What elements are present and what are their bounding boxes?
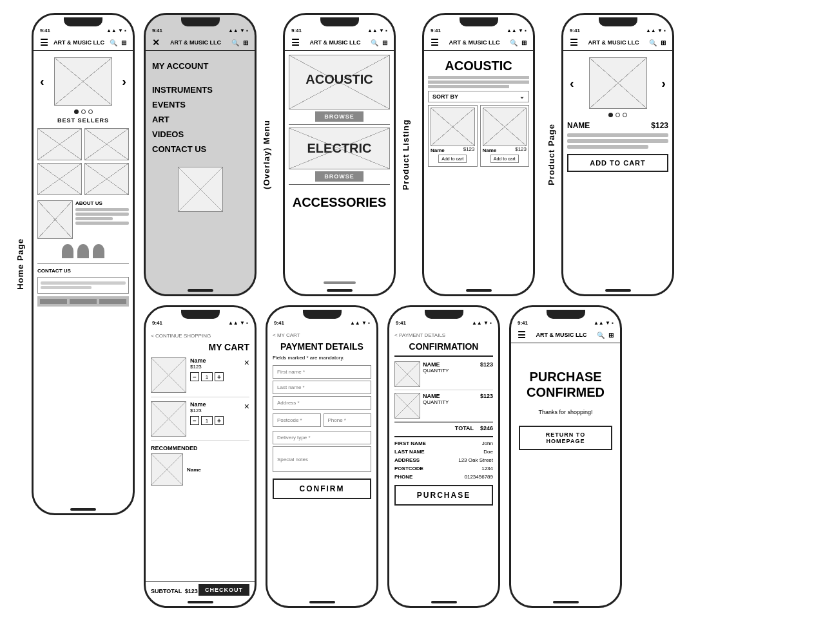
pc-hamburger[interactable]: ☰ — [518, 330, 526, 340]
menu-item-art[interactable]: ART — [152, 112, 248, 127]
first-name-input[interactable] — [273, 365, 371, 379]
cart-back-link[interactable]: < CONTINUE SHOPPING — [151, 331, 249, 341]
pdp-brand: ART & MUSIC LLC — [588, 39, 639, 46]
pl-search[interactable]: 🔍 — [371, 39, 378, 46]
acoustic-browse-btn[interactable]: BROWSE — [315, 111, 363, 122]
special-notes-input[interactable] — [273, 446, 371, 472]
checkout-btn[interactable]: CHECKOUT — [199, 584, 249, 596]
conf-divider-mid — [394, 436, 493, 437]
pay-postcode-phone-row — [273, 412, 371, 429]
cart-remove-2[interactable]: × — [244, 401, 249, 412]
menu-item-account[interactable]: MY ACCOUNT — [152, 57, 248, 75]
search-icon[interactable]: 🔍 — [110, 39, 117, 46]
conf-postcode-value: 1234 — [481, 466, 493, 471]
carousel-next[interactable]: › — [122, 74, 126, 89]
sort-chevron[interactable]: ⌄ — [519, 93, 525, 100]
pc-thanks: Thanks for shopping! — [519, 406, 612, 426]
pay-bottom-bar — [309, 601, 335, 603]
pdp-prev[interactable]: ‹ — [570, 76, 574, 91]
brand-name: ART & MUSIC LLC — [53, 39, 104, 46]
pdp-hamburger[interactable]: ☰ — [570, 37, 578, 48]
product-img-4 — [84, 163, 129, 195]
return-homepage-btn[interactable]: RETURN TO HOMEPAGE — [519, 426, 612, 450]
pay-back-link[interactable]: < MY CART — [273, 331, 371, 339]
menu-item-contact[interactable]: CONTACT US — [152, 142, 248, 156]
carousel-image — [54, 57, 112, 106]
pg-cart[interactable]: ⊞ — [521, 39, 527, 46]
about-text: ABOUT US — [75, 200, 129, 239]
carousel-prev[interactable]: ‹ — [40, 74, 44, 89]
conf-item1-info: NAME QUANTITY — [423, 361, 465, 374]
menu-item-instruments[interactable]: INSTRUMENTS — [152, 82, 248, 97]
product-card-2: Name $123 Add to cart — [480, 105, 530, 167]
add-to-cart-btn-2[interactable]: Add to cart — [490, 155, 519, 163]
hamburger-icon[interactable]: ☰ — [40, 37, 48, 48]
postcode-input[interactable] — [273, 413, 321, 427]
cart-phone: 9:41 ▲▲ ▼ ▪ < CONTINUE SHOPPING MY CART … — [144, 305, 257, 608]
accessories-title: ACCESSORIES — [289, 191, 390, 213]
phone-input[interactable] — [324, 413, 372, 427]
pc-body: PURCHASECONFIRMED Thanks for shopping! R… — [511, 343, 620, 598]
product-grid-phone: 9:41 ▲▲ ▼ ▪ ☰ ART & MUSIC LLC 🔍 ⊞ ACOUST… — [422, 13, 535, 296]
delivery-type-input[interactable] — [273, 431, 371, 444]
product2-name: Name — [483, 147, 497, 153]
menu-cart-icon[interactable]: ⊞ — [243, 39, 248, 46]
pdp-add-cart-btn[interactable]: ADD TO CART — [567, 154, 668, 172]
qty-plus-2[interactable]: + — [215, 416, 224, 425]
qty-minus-1[interactable]: − — [190, 372, 199, 381]
cart-item1-img — [151, 357, 186, 393]
subtotal-label: SUBTOTAL — [151, 588, 182, 594]
overlay-menu-label: (Overlay) Menu — [259, 117, 274, 192]
product-listing-label: Product Listing — [398, 117, 413, 193]
last-name-input[interactable] — [273, 381, 371, 394]
close-icon[interactable]: ✕ — [152, 37, 160, 48]
pdp-desc-1 — [567, 133, 668, 137]
qty-plus-1[interactable]: + — [215, 372, 224, 381]
overlay-menu-group: 9:41 ▲▲ ▼ ▪ ✕ ART & MUSIC LLC 🔍 ⊞ MY ACC… — [144, 13, 274, 296]
add-to-cart-btn-1[interactable]: Add to cart — [438, 155, 467, 163]
menu-featured-img — [178, 167, 223, 212]
conf-status: 9:41 ▲▲ ▼ ▪ — [389, 319, 498, 327]
menu-brand: ART & MUSIC LLC — [170, 39, 221, 46]
phone-status: 9:41 ▲▲ ▼ ▪ — [34, 26, 133, 35]
confirm-btn[interactable]: CONFIRM — [273, 478, 371, 499]
products-grid: Name $123 Add to cart Name $123 — [428, 105, 529, 167]
cart-remove-1[interactable]: × — [244, 357, 249, 368]
electric-browse-btn[interactable]: BROWSE — [315, 171, 363, 182]
pg-hamburger[interactable]: ☰ — [431, 37, 439, 48]
pl-time: 9:41 — [291, 28, 302, 33]
pc-title: PURCHASECONFIRMED — [519, 350, 612, 406]
sort-label: SORT BY — [432, 93, 458, 100]
pl-cart[interactable]: ⊞ — [382, 39, 387, 46]
pc-search[interactable]: 🔍 — [597, 332, 605, 339]
menu-search-icon[interactable]: 🔍 — [231, 39, 239, 46]
pl-bottom-bar — [327, 289, 353, 292]
conf-item1-qty: QUANTITY — [423, 368, 465, 374]
conf-back-link[interactable]: < PAYMENT DETAILS — [394, 331, 493, 339]
cart-title: MY CART — [151, 341, 249, 354]
menu-item-events[interactable]: EVENTS — [152, 97, 248, 112]
pl-scroll — [324, 281, 356, 284]
cart-icon[interactable]: ⊞ — [121, 39, 126, 46]
confirmation-phone: 9:41 ▲▲ ▼ ▪ < PAYMENT DETAILS CONFIRMATI… — [387, 305, 500, 608]
cart-item1-info: Name $123 − 1 + — [190, 357, 240, 381]
pdp-search[interactable]: 🔍 — [649, 39, 657, 46]
pdp-cart[interactable]: ⊞ — [661, 39, 666, 46]
menu-item-videos[interactable]: VIDEOS — [152, 127, 248, 142]
pdp-desc-2 — [567, 139, 668, 143]
pg-icons: 🔍 ⊞ — [510, 39, 527, 46]
pc-cart[interactable]: ⊞ — [608, 332, 614, 339]
pc-header: ☰ ART & MUSIC LLC 🔍 ⊞ — [511, 327, 620, 343]
conf-divider-top — [394, 355, 493, 357]
qty-minus-2[interactable]: − — [190, 416, 199, 425]
product-img-1 — [37, 128, 82, 160]
product2-info: Name $123 — [483, 146, 527, 153]
conf-address-value: 123 Oak Street — [458, 457, 493, 463]
purchase-btn[interactable]: PURCHASE — [394, 485, 493, 506]
pl-hamburger[interactable]: ☰ — [291, 37, 300, 48]
address-input[interactable] — [273, 396, 371, 410]
phone-notch — [64, 17, 102, 26]
pg-search[interactable]: 🔍 — [510, 39, 518, 46]
pdp-next[interactable]: › — [661, 76, 666, 91]
conf-phone-row: PHONE 0123456789 — [394, 473, 493, 481]
